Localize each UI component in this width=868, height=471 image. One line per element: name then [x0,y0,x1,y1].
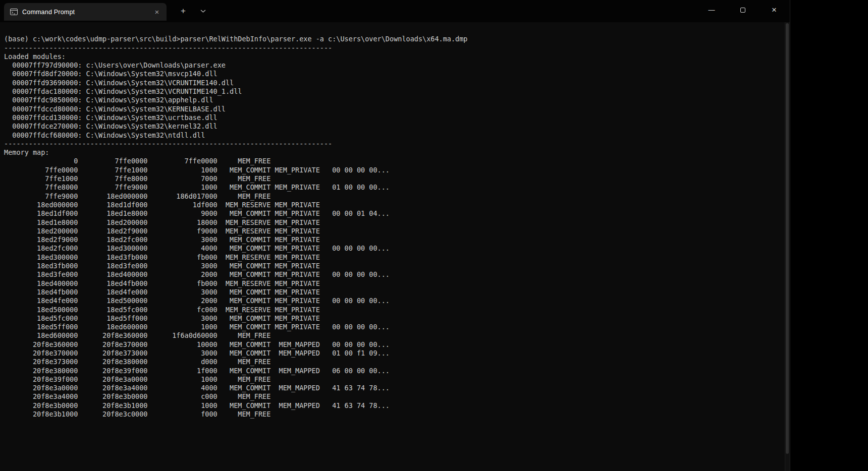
terminal-content-area[interactable]: (base) c:\work\codes\udmp-parser\src\bui… [0,22,790,471]
minimize-button[interactable]: — [696,0,727,20]
minimize-icon: — [709,6,715,14]
maximize-button[interactable] [727,0,758,20]
tab-title: Command Prompt [22,9,148,16]
tab-dropdown-button[interactable] [195,4,210,18]
plus-icon: + [181,6,186,16]
new-tab-button[interactable]: + [176,4,191,18]
terminal-output: (base) c:\work\codes\udmp-parser\src\bui… [4,26,783,419]
scrollbar[interactable] [785,22,790,471]
close-icon: × [772,5,777,15]
tab-close-icon[interactable]: × [152,8,161,17]
tab-bar: Command Prompt × + — [0,0,790,22]
maximize-icon [740,8,745,13]
caption-buttons: — × [696,0,790,20]
tab-command-prompt[interactable]: Command Prompt × [4,3,167,21]
terminal-window: Command Prompt × + — [0,0,790,471]
scrollbar-thumb[interactable] [786,23,789,454]
close-button[interactable]: × [758,0,790,20]
desktop-background: Command Prompt × + — [0,0,868,471]
chevron-down-icon [200,10,206,13]
cmd-prompt-icon [10,9,18,15]
